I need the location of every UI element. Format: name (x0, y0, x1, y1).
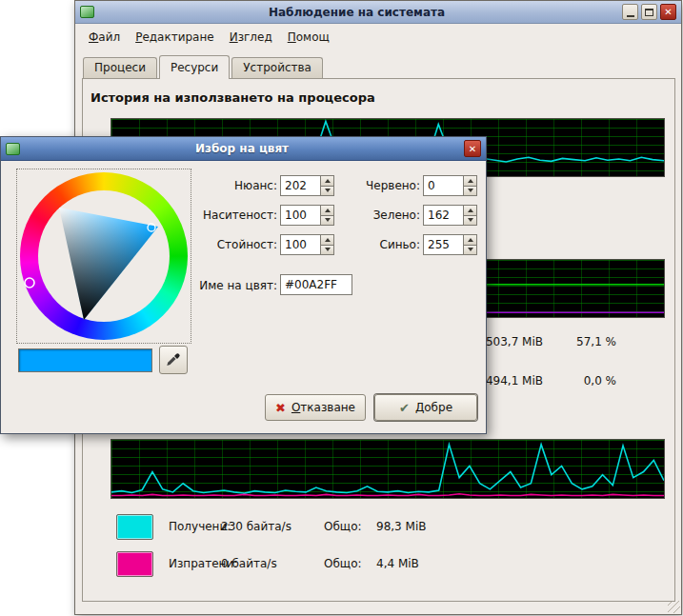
color-name-input[interactable] (280, 274, 352, 295)
green-spinbox (423, 205, 477, 226)
window-title: Наблюдение на системата (94, 6, 619, 19)
dialog-close-icon: ✕ (469, 144, 476, 154)
menubar: Файл Редактиране Изглед Помощ (75, 24, 681, 49)
sent-total-label: Общо: (324, 557, 362, 570)
spin-down-icon (468, 248, 473, 251)
spin-down-icon (468, 218, 473, 222)
blue-input[interactable] (423, 234, 464, 255)
saturation-spinbox (280, 205, 334, 226)
menu-help[interactable]: Помощ (280, 28, 337, 47)
red-label: Червено: (339, 179, 420, 192)
swap-used-percent: 0,0 % (559, 374, 616, 387)
hue-marker (25, 278, 34, 288)
eyedropper-icon (166, 352, 181, 368)
received-color-swatch[interactable] (116, 514, 153, 540)
red-input[interactable] (423, 175, 464, 196)
hue-label: Нюанс: (196, 179, 277, 192)
close-icon: ✕ (664, 7, 672, 17)
maximize-button[interactable] (641, 4, 657, 20)
app-icon (80, 6, 94, 18)
value-label: Стойност: (196, 238, 277, 251)
spin-up-icon (325, 238, 331, 242)
hue-spin-down[interactable] (321, 187, 334, 197)
tab-strip: Процеси Ресурси Устройства (83, 55, 325, 78)
dialog-icon (6, 143, 20, 155)
value-spin-down[interactable] (321, 246, 334, 256)
value-spin-up[interactable] (321, 234, 334, 246)
blue-label: Синьо: (339, 238, 420, 251)
blue-spin-down[interactable] (464, 246, 477, 256)
red-spin-down[interactable] (464, 187, 477, 197)
eyedropper-button[interactable] (159, 346, 188, 374)
sent-rate: 0 байта/s (221, 557, 277, 570)
spin-down-icon (325, 248, 331, 251)
green-spin-down[interactable] (464, 216, 477, 227)
cancel-button[interactable]: ✖ Отказване (265, 394, 366, 421)
spin-up-icon (325, 179, 331, 183)
network-history-chart (110, 439, 665, 499)
hue-wheel (16, 169, 191, 344)
saturation-spin-up[interactable] (321, 205, 334, 216)
green-input[interactable] (423, 205, 464, 226)
spin-up-icon (468, 238, 473, 242)
red-spinbox (423, 175, 477, 196)
color-picker-dialog: Избор на цвят ✕ (0, 136, 487, 434)
value-input[interactable] (280, 234, 321, 255)
received-rate: 230 байта/s (221, 520, 291, 533)
sv-triangle[interactable] (17, 169, 192, 345)
resize-grip[interactable] (668, 601, 680, 613)
cpu-history-heading: История на използването на процесора (90, 90, 375, 105)
dialog-title: Избор на цвят (20, 142, 464, 155)
spin-up-icon (468, 209, 473, 212)
dialog-titlebar[interactable]: Избор на цвят ✕ (1, 137, 486, 161)
hue-spinbox (280, 175, 334, 196)
sent-total-value: 4,4 MiB (376, 557, 419, 570)
color-preview (18, 348, 152, 372)
dialog-close-button[interactable]: ✕ (464, 140, 481, 157)
ok-check-icon: ✔ (399, 402, 410, 414)
hue-input[interactable] (280, 175, 321, 196)
green-label: Зелено: (339, 209, 420, 222)
hue-spin-up[interactable] (321, 175, 334, 187)
sent-color-swatch[interactable] (116, 551, 153, 577)
spin-down-icon (325, 189, 331, 192)
received-total-label: Общо: (324, 520, 362, 533)
spin-down-icon (325, 218, 331, 222)
blue-spin-up[interactable] (464, 234, 477, 246)
minimize-button[interactable] (622, 4, 638, 20)
menu-edit[interactable]: Редактиране (128, 28, 222, 47)
tab-resources[interactable]: Ресурси (159, 55, 230, 79)
ok-button-label: Добре (415, 401, 452, 414)
saturation-label: Наситеност: (196, 209, 277, 222)
spin-up-icon (325, 209, 331, 212)
blue-spinbox (423, 234, 477, 255)
menu-file[interactable]: Файл (81, 28, 128, 47)
tab-processes[interactable]: Процеси (83, 57, 157, 78)
red-spin-up[interactable] (464, 175, 477, 187)
received-total-value: 98,3 MiB (376, 520, 426, 533)
value-spinbox (280, 234, 334, 255)
maximize-icon (645, 9, 653, 16)
green-spin-up[interactable] (464, 205, 477, 216)
color-name-label: Име на цвят: (196, 279, 277, 292)
ok-button[interactable]: ✔ Добре (374, 394, 477, 421)
spin-up-icon (468, 179, 473, 183)
cancel-button-label: Отказване (291, 401, 355, 414)
window-titlebar[interactable]: Наблюдение на системата ✕ (75, 1, 681, 24)
close-button[interactable]: ✕ (660, 4, 676, 20)
saturation-input[interactable] (280, 205, 321, 226)
cancel-x-icon: ✖ (275, 402, 286, 414)
minimize-icon (627, 15, 634, 17)
statusbar (76, 601, 680, 613)
tab-devices[interactable]: Устройства (231, 57, 323, 78)
saturation-spin-down[interactable] (321, 216, 334, 227)
spin-down-icon (468, 189, 473, 192)
menu-view[interactable]: Изглед (222, 28, 280, 47)
memory-used-percent: 57,1 % (559, 335, 616, 348)
